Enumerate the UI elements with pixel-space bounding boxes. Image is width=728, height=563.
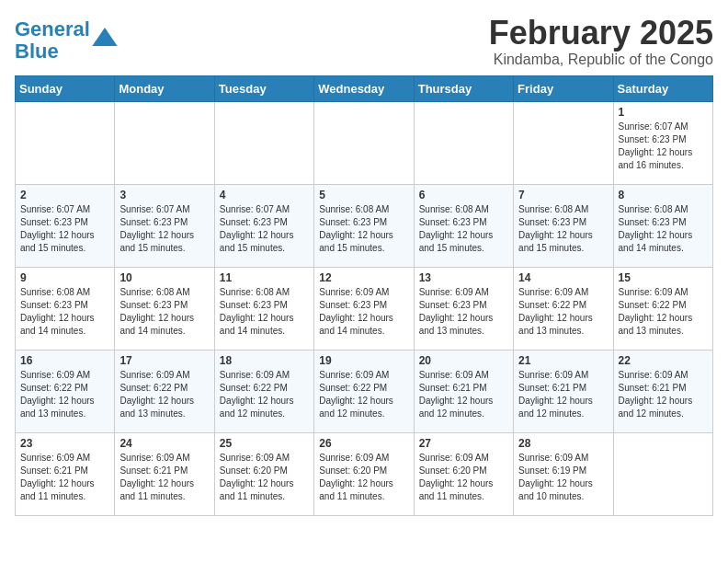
day-info: Sunrise: 6:08 AM Sunset: 6:23 PM Dayligh… — [619, 203, 708, 255]
calendar-cell: 10Sunrise: 6:08 AM Sunset: 6:23 PM Dayli… — [115, 267, 214, 350]
calendar-cell — [16, 101, 115, 184]
weekday-header-thursday: Thursday — [414, 75, 513, 101]
day-info: Sunrise: 6:07 AM Sunset: 6:23 PM Dayligh… — [119, 203, 209, 255]
day-number: 9 — [20, 271, 109, 284]
calendar-cell: 22Sunrise: 6:09 AM Sunset: 6:21 PM Dayli… — [613, 350, 712, 432]
calendar-cell: 4Sunrise: 6:07 AM Sunset: 6:23 PM Daylig… — [214, 184, 313, 267]
day-number: 25 — [220, 437, 309, 450]
calendar-cell: 12Sunrise: 6:09 AM Sunset: 6:23 PM Dayli… — [314, 267, 414, 350]
calendar-cell — [214, 101, 313, 184]
day-info: Sunrise: 6:09 AM Sunset: 6:21 PM Dayligh… — [518, 369, 608, 420]
day-info: Sunrise: 6:09 AM Sunset: 6:21 PM Dayligh… — [119, 452, 209, 503]
day-info: Sunrise: 6:08 AM Sunset: 6:23 PM Dayligh… — [518, 203, 608, 255]
day-number: 13 — [419, 271, 508, 284]
weekday-header-friday: Friday — [514, 75, 613, 101]
subtitle: Kindamba, Republic of the Congo — [489, 52, 713, 68]
calendar-cell: 15Sunrise: 6:09 AM Sunset: 6:22 PM Dayli… — [613, 267, 712, 350]
calendar-cell: 19Sunrise: 6:09 AM Sunset: 6:22 PM Dayli… — [314, 350, 414, 432]
day-number: 23 — [20, 437, 109, 450]
calendar-cell: 9Sunrise: 6:08 AM Sunset: 6:23 PM Daylig… — [16, 267, 115, 350]
day-number: 27 — [419, 437, 508, 450]
calendar-header: SundayMondayTuesdayWednesdayThursdayFrid… — [16, 75, 713, 101]
weekday-header-row: SundayMondayTuesdayWednesdayThursdayFrid… — [16, 75, 713, 101]
day-number: 3 — [119, 189, 209, 201]
calendar-cell: 18Sunrise: 6:09 AM Sunset: 6:22 PM Dayli… — [214, 350, 313, 432]
day-number: 4 — [220, 189, 309, 201]
day-info: Sunrise: 6:09 AM Sunset: 6:21 PM Dayligh… — [619, 369, 708, 420]
day-number: 8 — [619, 189, 708, 201]
day-info: Sunrise: 6:09 AM Sunset: 6:20 PM Dayligh… — [319, 452, 408, 503]
day-info: Sunrise: 6:09 AM Sunset: 6:21 PM Dayligh… — [419, 369, 508, 420]
weekday-header-wednesday: Wednesday — [314, 75, 414, 101]
day-info: Sunrise: 6:08 AM Sunset: 6:23 PM Dayligh… — [119, 286, 209, 338]
calendar-cell — [613, 432, 712, 515]
calendar-cell — [314, 101, 414, 184]
calendar-week-3: 9Sunrise: 6:08 AM Sunset: 6:23 PM Daylig… — [16, 267, 713, 350]
calendar-cell: 11Sunrise: 6:08 AM Sunset: 6:23 PM Dayli… — [214, 267, 313, 350]
day-number: 5 — [319, 189, 408, 201]
logo-icon — [92, 28, 118, 46]
day-info: Sunrise: 6:07 AM Sunset: 6:23 PM Dayligh… — [220, 203, 309, 255]
page-header: General Blue February 2025 Kindamba, Rep… — [15, 15, 713, 68]
day-info: Sunrise: 6:08 AM Sunset: 6:23 PM Dayligh… — [20, 286, 109, 338]
day-number: 17 — [119, 354, 209, 367]
day-number: 2 — [20, 189, 109, 201]
calendar-cell: 7Sunrise: 6:08 AM Sunset: 6:23 PM Daylig… — [514, 184, 613, 267]
day-number: 7 — [518, 189, 608, 201]
weekday-header-monday: Monday — [115, 75, 214, 101]
day-number: 28 — [518, 437, 608, 450]
day-info: Sunrise: 6:08 AM Sunset: 6:23 PM Dayligh… — [319, 203, 408, 255]
calendar-body: 1Sunrise: 6:07 AM Sunset: 6:23 PM Daylig… — [16, 101, 713, 515]
day-info: Sunrise: 6:09 AM Sunset: 6:21 PM Dayligh… — [20, 452, 109, 503]
day-number: 14 — [518, 271, 608, 284]
day-info: Sunrise: 6:09 AM Sunset: 6:20 PM Dayligh… — [220, 452, 309, 503]
calendar-cell: 1Sunrise: 6:07 AM Sunset: 6:23 PM Daylig… — [613, 101, 712, 184]
calendar-cell — [414, 101, 513, 184]
calendar-week-4: 16Sunrise: 6:09 AM Sunset: 6:22 PM Dayli… — [16, 350, 713, 432]
day-info: Sunrise: 6:09 AM Sunset: 6:23 PM Dayligh… — [419, 286, 508, 338]
day-info: Sunrise: 6:09 AM Sunset: 6:22 PM Dayligh… — [220, 369, 309, 420]
calendar-cell: 8Sunrise: 6:08 AM Sunset: 6:23 PM Daylig… — [613, 184, 712, 267]
calendar-cell: 28Sunrise: 6:09 AM Sunset: 6:19 PM Dayli… — [514, 432, 613, 515]
calendar-cell: 20Sunrise: 6:09 AM Sunset: 6:21 PM Dayli… — [414, 350, 513, 432]
calendar-week-1: 1Sunrise: 6:07 AM Sunset: 6:23 PM Daylig… — [16, 101, 713, 184]
day-info: Sunrise: 6:09 AM Sunset: 6:22 PM Dayligh… — [518, 286, 608, 338]
calendar-week-5: 23Sunrise: 6:09 AM Sunset: 6:21 PM Dayli… — [16, 432, 713, 515]
day-number: 10 — [119, 271, 209, 284]
day-info: Sunrise: 6:09 AM Sunset: 6:22 PM Dayligh… — [619, 286, 708, 338]
svg-marker-0 — [92, 28, 117, 46]
day-info: Sunrise: 6:08 AM Sunset: 6:23 PM Dayligh… — [220, 286, 309, 338]
calendar-cell: 5Sunrise: 6:08 AM Sunset: 6:23 PM Daylig… — [314, 184, 414, 267]
day-info: Sunrise: 6:07 AM Sunset: 6:23 PM Dayligh… — [619, 121, 708, 172]
day-info: Sunrise: 6:08 AM Sunset: 6:23 PM Dayligh… — [419, 203, 508, 255]
day-info: Sunrise: 6:09 AM Sunset: 6:20 PM Dayligh… — [419, 452, 508, 503]
day-number: 19 — [319, 354, 408, 367]
calendar-cell: 14Sunrise: 6:09 AM Sunset: 6:22 PM Dayli… — [514, 267, 613, 350]
calendar-cell: 24Sunrise: 6:09 AM Sunset: 6:21 PM Dayli… — [115, 432, 214, 515]
day-number: 16 — [20, 354, 109, 367]
calendar-cell: 3Sunrise: 6:07 AM Sunset: 6:23 PM Daylig… — [115, 184, 214, 267]
calendar-cell: 2Sunrise: 6:07 AM Sunset: 6:23 PM Daylig… — [16, 184, 115, 267]
logo-blue: Blue — [15, 40, 59, 63]
day-number: 6 — [419, 189, 508, 201]
calendar-cell: 23Sunrise: 6:09 AM Sunset: 6:21 PM Dayli… — [16, 432, 115, 515]
calendar-cell: 21Sunrise: 6:09 AM Sunset: 6:21 PM Dayli… — [514, 350, 613, 432]
calendar-cell: 6Sunrise: 6:08 AM Sunset: 6:23 PM Daylig… — [414, 184, 513, 267]
day-number: 1 — [619, 106, 708, 119]
day-number: 18 — [220, 354, 309, 367]
day-info: Sunrise: 6:09 AM Sunset: 6:22 PM Dayligh… — [119, 369, 209, 420]
main-title: February 2025 — [489, 15, 713, 52]
day-number: 24 — [119, 437, 209, 450]
calendar-cell: 13Sunrise: 6:09 AM Sunset: 6:23 PM Dayli… — [414, 267, 513, 350]
calendar-cell — [514, 101, 613, 184]
calendar-cell: 27Sunrise: 6:09 AM Sunset: 6:20 PM Dayli… — [414, 432, 513, 515]
title-block: February 2025 Kindamba, Republic of the … — [489, 15, 713, 68]
day-number: 22 — [619, 354, 708, 367]
day-number: 11 — [220, 271, 309, 284]
weekday-header-tuesday: Tuesday — [214, 75, 313, 101]
logo: General Blue — [15, 18, 118, 63]
day-info: Sunrise: 6:09 AM Sunset: 6:22 PM Dayligh… — [20, 369, 109, 420]
day-number: 15 — [619, 271, 708, 284]
calendar-cell: 17Sunrise: 6:09 AM Sunset: 6:22 PM Dayli… — [115, 350, 214, 432]
logo-general: General — [15, 17, 90, 40]
